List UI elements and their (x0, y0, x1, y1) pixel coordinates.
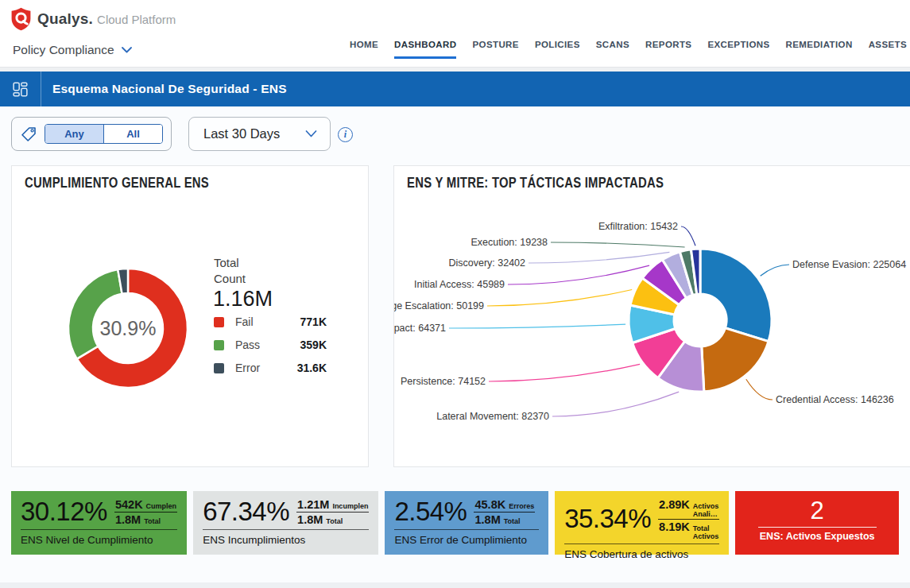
stat-top: 2.54% 45.8KErrores 1.8MTotal (394, 497, 539, 527)
legend-value-error: 31.6K (297, 362, 327, 374)
stat-label: ENS Error de Cumplimiento (394, 534, 539, 546)
pie-label-leader-initial-access (508, 265, 649, 284)
stat-card-cobertura-activos[interactable]: 35.34% 2.89KActivos Anali… 8.19KTotal Ac… (555, 491, 729, 555)
tag-filter: Any All (11, 117, 172, 151)
pie-label-leader-lateral-movement (552, 392, 679, 416)
nav-item-reports[interactable]: REPORTS (645, 40, 691, 59)
pie-label-leader-impact (449, 324, 625, 328)
stat-fraction: 542KCumplen 1.8MTotal (114, 497, 177, 527)
compliance-donut-chart (66, 266, 190, 390)
pie-label-leader-privilege-escalation (487, 290, 632, 307)
tag-match-any-button[interactable]: Any (45, 125, 103, 143)
dashboard-title-bar: Esquema Nacional De Seguridad - ENS (0, 72, 910, 106)
pie-label-discovery: Discovery: 32402 (448, 257, 525, 269)
donut-slice-pass[interactable] (68, 269, 122, 359)
stat-divider (564, 544, 719, 544)
pie-label-persistence: Persistence: 74152 (401, 376, 486, 387)
nav-item-policies[interactable]: POLICIES (535, 40, 580, 59)
stat-label: ENS Cobertura de activos (564, 548, 719, 560)
pie-label-defense-evasion: Defense Evasion: 225064 (792, 259, 906, 270)
pie-label-leader-credential-access (746, 379, 773, 400)
stat-card-incumplimientos[interactable]: 67.34% 1.21MIncumplen 1.8MTotal ENS Incu… (193, 491, 378, 555)
fraction-numerator-unit: Activos Anali… (693, 502, 719, 518)
fraction-numerator-unit: Incumplen (332, 502, 368, 510)
legend-swatch-pass (214, 340, 224, 350)
pie-label-leader-exfiltration (681, 226, 695, 246)
chevron-down-icon (305, 130, 317, 137)
mitre-panel-title: ENS Y MITRE: TOP TÁCTICAS IMPACTADAS (407, 175, 664, 191)
total-count-caption: Total Count (214, 255, 246, 287)
pie-label-leader-defense-evasion (761, 265, 789, 276)
dashboard-title: Esquema Nacional De Seguridad - ENS (41, 72, 287, 106)
compliance-panel: CUMPLIMIENTO GENERAL ENS 30.9% Total Cou… (11, 165, 369, 467)
dashboard-picker-button[interactable] (0, 72, 41, 106)
legend-label-fail: Fail (235, 315, 254, 328)
nav-item-remediation[interactable]: REMEDIATION (786, 40, 853, 59)
legend-row-fail: Fail 771K (214, 315, 327, 328)
fraction-denominator: 1.8M (474, 513, 500, 526)
stat-divider (203, 529, 369, 530)
compliance-legend: Fail 771K Pass 359K Error 31.6K (214, 315, 327, 385)
stat-divider (394, 529, 539, 530)
tag-match-all-button[interactable]: All (103, 125, 162, 143)
fraction-numerator: 2.89K (659, 498, 690, 511)
stat-card-nivel-cumplimiento[interactable]: 30.12% 542KCumplen 1.8MTotal ENS Nivel d… (11, 491, 187, 555)
stat-top: 30.12% 542KCumplen 1.8MTotal (21, 497, 177, 527)
module-switcher[interactable]: Policy Compliance (13, 43, 132, 57)
stat-fraction: 2.89KActivos Anali… 8.19KTotal Activos (658, 497, 719, 541)
stat-card-activos-expuestos[interactable]: 2 ENS: Activos Expuestos (735, 491, 899, 555)
tag-match-toggle: Any All (45, 124, 163, 144)
stat-label: ENS: Activos Expuestos (760, 531, 875, 542)
pie-slice-defense-evasion[interactable] (700, 249, 772, 342)
stat-label: ENS Incumplimientos (203, 534, 369, 546)
platform-name: Cloud Platform (97, 13, 176, 26)
pie-label-lateral-movement: Lateral Movement: 82370 (436, 411, 549, 422)
info-icon[interactable]: i (338, 127, 353, 142)
nav-item-exceptions[interactable]: EXCEPTIONS (707, 40, 769, 59)
dashboard-page: Qualys. Cloud Platform Policy Compliance… (0, 0, 910, 588)
stat-card-row: 30.12% 542KCumplen 1.8MTotal ENS Nivel d… (11, 491, 899, 555)
pie-label-execution: Execution: 19238 (470, 237, 548, 248)
horizontal-scrollbar-track[interactable] (0, 582, 910, 588)
fraction-numerator: 1.21M (297, 498, 329, 511)
chevron-down-icon (122, 47, 132, 53)
fraction-denominator-unit: Total (144, 517, 161, 525)
nav-item-dashboard[interactable]: DASHBOARD (394, 40, 456, 59)
nav-item-scans[interactable]: SCANS (596, 40, 629, 59)
stat-divider (758, 527, 877, 528)
legend-row-pass: Pass 359K (214, 338, 327, 351)
legend-value-pass: 359K (300, 338, 327, 351)
stat-divider (21, 529, 177, 530)
pie-label-leader-execution (551, 242, 685, 247)
stat-card-error-cumplimiento[interactable]: 2.54% 45.8KErrores 1.8MTotal ENS Error d… (385, 491, 548, 555)
pie-slice-credential-access[interactable] (702, 328, 769, 392)
legend-swatch-error (214, 363, 224, 373)
stat-label: ENS Nivel de Cumplimiento (21, 534, 177, 546)
legend-label-error: Error (235, 362, 260, 374)
compliance-panel-title: CUMPLIMIENTO GENERAL ENS (25, 175, 209, 191)
mitre-pie-chart: Defense Evasion: 225064Credential Access… (394, 166, 910, 468)
main-nav: HOMEDASHBOARDPOSTUREPOLICIESSCANSREPORTS… (350, 40, 910, 59)
pie-label-initial-access: Initial Access: 45989 (414, 279, 505, 290)
total-count-value: 1.16M (213, 287, 273, 311)
brand: Qualys. Cloud Platform (10, 7, 176, 31)
date-range-dropdown[interactable]: Last 30 Days (188, 117, 331, 151)
stat-fraction: 45.8KErrores 1.8MTotal (474, 497, 535, 527)
fraction-denominator: 8.19K (659, 520, 690, 533)
nav-item-home[interactable]: HOME (350, 40, 378, 59)
pie-label-exfiltration: Exfiltration: 15432 (598, 221, 678, 232)
top-header: Qualys. Cloud Platform Policy Compliance… (0, 0, 910, 67)
legend-value-fail: 771K (300, 315, 327, 328)
fraction-denominator-unit: Total (504, 517, 521, 525)
fraction-denominator-unit: Total (326, 517, 343, 525)
pie-label-impact: Impact: 64371 (394, 323, 446, 334)
qualys-logo-icon (10, 7, 32, 31)
stat-percent: 35.34% (564, 504, 651, 534)
dashboard-grid-icon (13, 82, 28, 97)
pie-label-leader-persistence (489, 364, 640, 381)
nav-item-assets[interactable]: ASSETS (869, 40, 907, 59)
fraction-denominator: 1.8M (115, 513, 141, 526)
stat-value: 2 (811, 497, 824, 525)
total-caption-line2: Count (214, 271, 246, 287)
nav-item-posture[interactable]: POSTURE (472, 40, 518, 59)
